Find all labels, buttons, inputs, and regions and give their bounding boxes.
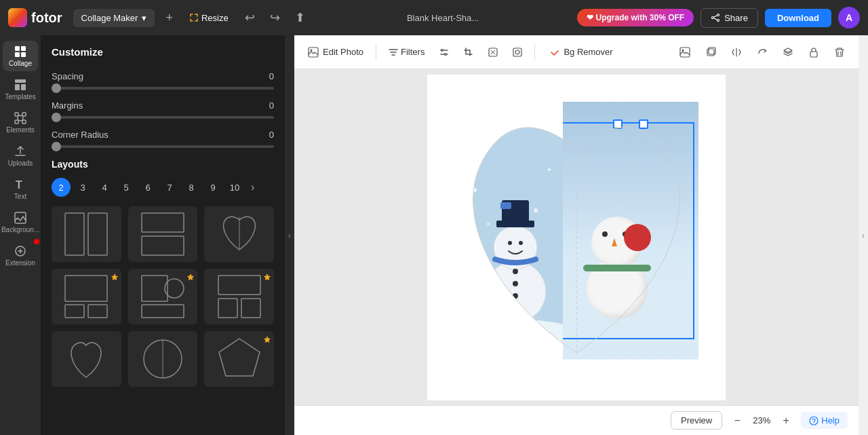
corner-radius-row: Corner Radius 0 — [52, 130, 274, 140]
svg-point-2 — [712, 17, 714, 19]
photo-content — [563, 102, 698, 360]
zoom-in-button[interactable]: + — [778, 413, 794, 429]
selected-photo-panel[interactable] — [563, 102, 698, 360]
corner-radius-thumb[interactable] — [52, 142, 61, 151]
svg-rect-20 — [65, 213, 84, 255]
layout-thumb-1[interactable] — [52, 206, 121, 262]
corner-radius-slider[interactable] — [52, 145, 274, 148]
layout-num-5[interactable]: 5 — [117, 178, 136, 197]
svg-rect-46 — [513, 48, 521, 56]
svg-rect-28 — [88, 305, 107, 318]
sidebar-item-elements[interactable]: Elements — [3, 107, 38, 138]
layers-button[interactable] — [777, 44, 799, 60]
svg-point-0 — [717, 14, 719, 16]
effects-button[interactable] — [483, 45, 503, 60]
sidebar-item-collage[interactable]: Collage — [3, 41, 38, 71]
zoom-controls: − 23% + — [729, 413, 794, 429]
avatar[interactable]: A — [838, 7, 860, 29]
lock-button[interactable] — [803, 44, 825, 60]
uploads-icon — [14, 145, 27, 158]
snowman-right — [576, 210, 658, 319]
bg-remover-button[interactable]: Bg Remover — [545, 44, 618, 60]
edit-photo-button[interactable]: Edit Photo — [302, 44, 369, 60]
zoom-out-button[interactable]: − — [729, 413, 745, 429]
handle-tr[interactable] — [639, 119, 648, 129]
layout-thumb-8[interactable] — [128, 331, 198, 387]
redo-button[interactable]: ↪ — [266, 7, 284, 28]
margins-slider[interactable] — [52, 116, 274, 119]
undo-button[interactable]: ↩ — [241, 7, 259, 28]
sidebar-item-templates[interactable]: Templates — [3, 74, 38, 105]
sidebar-item-uploads[interactable]: Uploads — [3, 140, 38, 171]
adjust-button[interactable] — [434, 45, 454, 60]
mask-button[interactable] — [507, 45, 528, 60]
edit-photo-icon — [308, 47, 319, 58]
resize-button[interactable]: Resize — [184, 10, 234, 26]
layout-num-2[interactable]: 2 — [52, 178, 71, 197]
layout-thumb-4[interactable] — [52, 269, 121, 324]
layout-thumb-9[interactable] — [204, 331, 274, 387]
premium-icon-5 — [186, 273, 195, 281]
duplicate-button[interactable] — [700, 44, 722, 60]
svg-rect-9 — [15, 79, 26, 83]
preview-button[interactable]: Preview — [671, 411, 722, 430]
svg-point-71 — [810, 417, 818, 425]
help-button[interactable]: Help — [801, 412, 848, 429]
save-cloud-button[interactable]: ⬆ — [291, 7, 309, 28]
sidebar-item-extension[interactable]: Extension — [3, 240, 38, 271]
rotate-button[interactable] — [751, 44, 773, 60]
templates-icon — [14, 78, 27, 92]
layout-num-10[interactable]: 10 — [225, 178, 244, 197]
layout-thumb-3-heart[interactable] — [204, 206, 274, 262]
svg-point-63 — [513, 281, 518, 286]
download-button[interactable]: Download — [765, 9, 831, 27]
svg-rect-8 — [21, 52, 26, 57]
layout-num-7[interactable]: 7 — [160, 178, 179, 197]
handle-tl[interactable] — [613, 119, 623, 129]
margins-thumb[interactable] — [52, 113, 61, 122]
sidebar-item-background[interactable]: Backgroun... — [3, 207, 38, 238]
svg-point-61 — [519, 241, 523, 245]
document-title: Blank Heart-Sha... — [316, 13, 570, 23]
layouts-grid-row2 — [52, 331, 274, 387]
spacing-label: Spacing — [52, 71, 83, 81]
logo: fotor — [8, 8, 62, 27]
panel-collapse-handle[interactable]: ‹ — [285, 35, 294, 435]
crop-button[interactable] — [458, 45, 479, 60]
layout-thumb-5[interactable] — [128, 269, 198, 324]
collage-label: Collage — [9, 60, 32, 67]
svg-rect-41 — [309, 48, 318, 57]
layout-more-button[interactable]: › — [248, 178, 257, 196]
right-panel-collapse[interactable]: › — [859, 35, 868, 435]
spacing-slider[interactable] — [52, 87, 274, 90]
image-replace-button[interactable] — [674, 44, 696, 60]
flip-button[interactable] — [726, 44, 747, 60]
layout-num-3[interactable]: 3 — [73, 178, 92, 197]
spacing-thumb[interactable] — [52, 83, 61, 93]
layout-num-9[interactable]: 9 — [203, 178, 222, 197]
layout-thumb-2[interactable] — [128, 206, 198, 262]
svg-rect-32 — [142, 305, 184, 318]
share-button[interactable]: Share — [701, 8, 758, 28]
sidebar-item-text[interactable]: T Text — [3, 174, 38, 204]
layout-num-8[interactable]: 8 — [182, 178, 201, 197]
layout-thumb-6[interactable] — [204, 269, 274, 324]
delete-button[interactable] — [829, 44, 850, 60]
collage-maker-dropdown[interactable]: Collage Maker ▾ — [73, 9, 155, 27]
svg-rect-30 — [142, 276, 167, 301]
svg-rect-26 — [65, 276, 107, 301]
lock-icon — [808, 47, 819, 58]
corner-radius-value: 0 — [269, 130, 274, 140]
layout-thumb-3-heart-preview — [216, 210, 263, 258]
premium-icon-4 — [111, 273, 119, 281]
add-button[interactable]: + — [161, 8, 177, 28]
svg-point-42 — [311, 49, 313, 51]
upgrade-button[interactable]: ❤ Upgrade with 30% OFF — [577, 9, 694, 26]
layout-num-6[interactable]: 6 — [138, 178, 157, 197]
layout-num-4[interactable]: 4 — [95, 178, 114, 197]
filters-button[interactable]: Filters — [383, 44, 430, 60]
svg-marker-40 — [219, 339, 260, 376]
svg-point-66 — [548, 168, 551, 171]
svg-marker-25 — [111, 273, 118, 280]
layout-thumb-7[interactable] — [52, 331, 121, 387]
